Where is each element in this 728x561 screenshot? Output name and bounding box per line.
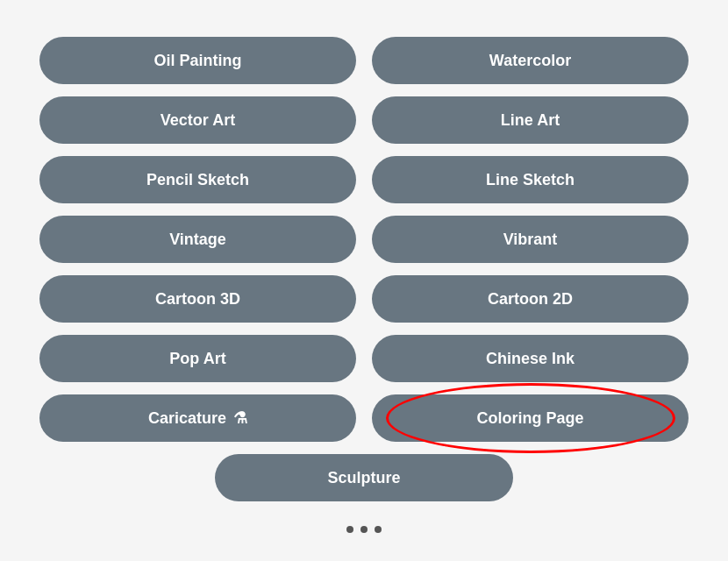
beaker-icon: ⚗ [233, 408, 247, 428]
chinese-ink-button[interactable]: Chinese Ink [372, 335, 689, 382]
vibrant-label: Vibrant [503, 231, 558, 249]
watercolor-button[interactable]: Watercolor [372, 37, 689, 84]
pop-art-label: Pop Art [169, 350, 225, 368]
style-grid: Oil Painting Watercolor Vector Art Line … [39, 28, 689, 510]
vector-art-label: Vector Art [161, 111, 235, 130]
dot-3 [375, 526, 382, 533]
line-sketch-button[interactable]: Line Sketch [372, 156, 689, 203]
cartoon-2d-label: Cartoon 2D [488, 290, 573, 309]
pagination-dots [346, 526, 382, 533]
vintage-label: Vintage [169, 231, 226, 249]
chinese-ink-label: Chinese Ink [486, 350, 575, 368]
caricature-label: Caricature [148, 409, 226, 428]
oil-painting-button[interactable]: Oil Painting [39, 37, 356, 84]
dot-2 [360, 526, 368, 533]
pencil-sketch-label: Pencil Sketch [146, 171, 249, 189]
dot-1 [346, 526, 353, 533]
line-art-label: Line Art [501, 111, 560, 130]
watercolor-label: Watercolor [489, 52, 571, 70]
line-sketch-label: Line Sketch [486, 171, 575, 189]
line-art-button[interactable]: Line Art [372, 96, 689, 144]
cartoon-3d-label: Cartoon 3D [155, 290, 240, 309]
vintage-button[interactable]: Vintage [39, 216, 356, 263]
coloring-page-button[interactable]: Coloring Page [372, 394, 689, 442]
sculpture-label: Sculpture [327, 469, 400, 487]
cartoon-3d-button[interactable]: Cartoon 3D [39, 275, 356, 323]
oil-painting-label: Oil Painting [153, 52, 241, 70]
sculpture-button[interactable]: Sculpture [215, 454, 513, 501]
pencil-sketch-button[interactable]: Pencil Sketch [39, 156, 356, 203]
cartoon-2d-button[interactable]: Cartoon 2D [372, 275, 689, 323]
vector-art-button[interactable]: Vector Art [39, 96, 356, 144]
pop-art-button[interactable]: Pop Art [39, 335, 356, 382]
caricature-button[interactable]: Caricature ⚗ [39, 394, 356, 442]
coloring-page-wrapper: Coloring Page [372, 394, 689, 442]
coloring-page-label: Coloring Page [476, 409, 583, 428]
vibrant-button[interactable]: Vibrant [372, 216, 689, 263]
